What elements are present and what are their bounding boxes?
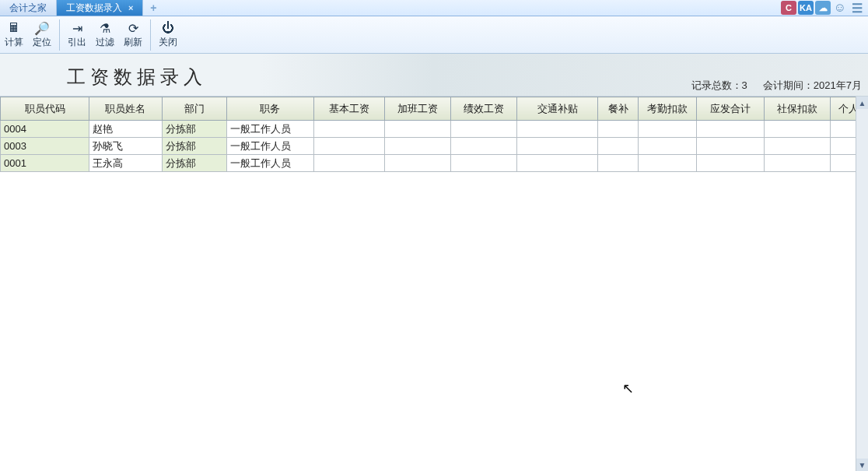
cell[interactable] [765,155,831,172]
cell[interactable]: 0003 [1,138,89,155]
column-header[interactable]: 职员代码 [1,97,89,121]
cell[interactable] [696,138,764,155]
column-header[interactable]: 交通补贴 [517,97,598,121]
data-grid-wrapper: 职员代码职员姓名部门职务基本工资加班工资绩效工资交通补贴餐补考勤扣款应发合计社保… [0,97,868,471]
cell[interactable] [451,138,517,155]
cell[interactable] [598,121,639,138]
table-header-row: 职员代码职员姓名部门职务基本工资加班工资绩效工资交通补贴餐补考勤扣款应发合计社保… [1,97,866,121]
cell[interactable]: 0001 [1,155,89,172]
column-header[interactable]: 部门 [162,97,226,121]
cell[interactable] [313,121,384,138]
new-tab-button[interactable]: + [145,1,162,15]
tab-salary-entry[interactable]: 工资数据录入 × [57,0,143,16]
cell[interactable] [639,138,697,155]
tab-label: 会计之家 [9,2,47,15]
table-row[interactable]: 0003孙晓飞分拣部一般工作人员 [1,138,866,155]
menu-icon[interactable]: ☰ [849,1,865,15]
cell[interactable] [385,138,451,155]
app-icon-ka[interactable]: KA [798,1,814,15]
toolbar-icon: ⟳ [128,20,138,36]
table-row[interactable]: 0004赵艳分拣部一般工作人员 [1,121,866,138]
app-icon-c[interactable]: C [781,1,796,15]
salary-table[interactable]: 职员代码职员姓名部门职务基本工资加班工资绩效工资交通补贴餐补考勤扣款应发合计社保… [0,97,866,172]
column-header[interactable]: 社保扣款 [765,97,831,121]
column-header[interactable]: 应发合计 [696,97,764,121]
cell[interactable] [639,155,697,172]
cell[interactable] [765,138,831,155]
column-header[interactable]: 绩效工资 [451,97,517,121]
cell[interactable]: 0004 [1,121,89,138]
cell[interactable] [313,155,384,172]
column-header[interactable]: 餐补 [598,97,639,121]
toolbar-icon: ⚗ [100,20,110,36]
cell[interactable]: 孙晓飞 [89,138,162,155]
scroll-down-icon[interactable]: ▼ [856,459,868,471]
cell[interactable] [598,155,639,172]
cloud-icon[interactable]: ☁ [815,1,831,15]
tab-bar: 会计之家 工资数据录入 × + C KA ☁ ☺ ☰ [0,0,868,16]
cell[interactable]: 赵艳 [89,121,162,138]
cell[interactable] [451,155,517,172]
toolbar-icon: ⏻ [162,20,174,36]
toolbar-separator [150,19,151,51]
toolbar-引出-button[interactable]: ⇥引出 [63,18,91,52]
toolbar-过滤-button[interactable]: ⚗过滤 [91,18,119,52]
record-count: 记录总数：3 [691,79,747,93]
cell[interactable] [385,121,451,138]
cell[interactable]: 分拣部 [162,155,226,172]
toolbar-icon: 🖩 [8,20,20,36]
column-header[interactable]: 加班工资 [385,97,451,121]
tab-label: 工资数据录入 [66,2,122,15]
cell[interactable]: 王永高 [89,155,162,172]
cell[interactable] [598,138,639,155]
tab-close-icon[interactable]: × [128,3,133,12]
toolbar-关闭-button[interactable]: ⏻关闭 [154,18,182,52]
column-header[interactable]: 基本工资 [313,97,384,121]
cell[interactable]: 一般工作人员 [226,121,313,138]
toolbar-label: 计算 [5,36,23,49]
page-title: 工资数据录入 [67,65,207,90]
smile-icon[interactable]: ☺ [832,1,848,15]
page-banner: 工资数据录入 记录总数：3 会计期间：2021年7月 [0,54,868,97]
cell[interactable]: 一般工作人员 [226,155,313,172]
toolbar-separator [59,19,60,51]
cell[interactable] [517,155,598,172]
toolbar-icon: 🔎 [34,20,50,36]
cell[interactable] [639,121,697,138]
vertical-scrollbar[interactable]: ▲ ▼ [856,97,868,471]
titlebar-icons: C KA ☁ ☺ ☰ [781,1,868,15]
column-header[interactable]: 职员姓名 [89,97,162,121]
cell[interactable] [765,121,831,138]
cell[interactable] [451,121,517,138]
cell[interactable]: 分拣部 [162,121,226,138]
cell[interactable]: 分拣部 [162,138,226,155]
cell[interactable] [517,121,598,138]
toolbar-icon: ⇥ [72,20,82,36]
table-row[interactable]: 0001王永高分拣部一般工作人员 [1,155,866,172]
cell[interactable] [517,138,598,155]
cell[interactable] [313,138,384,155]
cell[interactable] [696,121,764,138]
toolbar-label: 定位 [33,36,51,49]
toolbar-label: 过滤 [96,36,114,49]
toolbar-label: 关闭 [159,36,177,49]
toolbar-刷新-button[interactable]: ⟳刷新 [119,18,147,52]
toolbar-定位-button[interactable]: 🔎定位 [28,18,56,52]
toolbar-计算-button[interactable]: 🖩计算 [0,18,28,52]
tab-home[interactable]: 会计之家 [0,0,57,16]
cell[interactable]: 一般工作人员 [226,138,313,155]
accounting-period: 会计期间：2021年7月 [763,79,862,93]
cell[interactable] [696,155,764,172]
scroll-up-icon[interactable]: ▲ [856,97,868,109]
column-header[interactable]: 职务 [226,97,313,121]
cell[interactable] [385,155,451,172]
toolbar: 🖩计算🔎定位⇥引出⚗过滤⟳刷新⏻关闭 [0,16,868,54]
column-header[interactable]: 考勤扣款 [639,97,697,121]
toolbar-label: 引出 [68,36,86,49]
toolbar-label: 刷新 [124,36,142,49]
